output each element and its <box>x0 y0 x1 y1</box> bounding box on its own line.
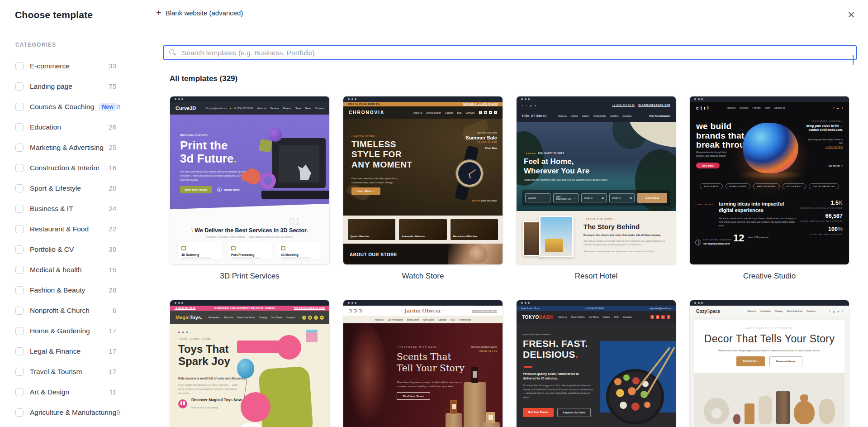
category-checkbox[interactable] <box>15 245 24 254</box>
search-input[interactable] <box>163 45 857 60</box>
category-checkbox[interactable] <box>15 184 24 192</box>
category-row[interactable]: Legal & Finance 17 <box>0 341 131 361</box>
booking-field-checkout: Check-in▦ <box>609 193 635 202</box>
preview-menu: About usInspirationCatalogNews & Article… <box>747 310 816 312</box>
category-row[interactable]: Construction & Interior 16 <box>0 158 131 178</box>
feature-icon <box>231 246 236 250</box>
template-card-watch-store[interactable]: FREE SHIPPING FROM $39 NEED HELP: +1 (80… <box>343 96 503 300</box>
feature-icon <box>281 246 285 250</box>
category-label: Agriculture & Manufacturing <box>30 408 116 417</box>
category-checkbox[interactable] <box>15 388 24 396</box>
facebook-icon: f <box>650 315 654 319</box>
category-checkbox[interactable] <box>15 307 24 315</box>
category-row[interactable]: Art & Design 11 <box>0 382 131 402</box>
hero-heading: Print the 3d Future. <box>180 139 237 165</box>
hero-heading: Decor That Tells Your Story <box>694 333 844 345</box>
browser-chrome <box>343 96 503 102</box>
instagram-icon: ◎ <box>530 104 532 107</box>
chip: DIGITAL MARKETING <box>809 183 839 189</box>
template-card-sushi-restaurant[interactable]: Open 8 am - 10 pm +1 (234) 567 89 00 tok… <box>516 300 676 427</box>
category-row[interactable]: Medical & health 15 <box>0 259 131 280</box>
template-preview: ctrl About usServicesProjectsTeamContact… <box>689 96 849 265</box>
category-row[interactable]: Landing page 75 <box>0 76 131 96</box>
facebook-icon: f <box>522 104 523 107</box>
preview-menu: BestsellersAbout UsDeal of the MonthCata… <box>209 316 295 319</box>
youtube-icon: ▸ <box>837 106 839 110</box>
category-row[interactable]: Courses & Coaching New 8 <box>0 96 131 117</box>
category-row[interactable]: Business & IT 24 <box>0 198 131 219</box>
template-card-creative-studio[interactable]: ctrl About usServicesProjectsTeamContact… <box>689 96 849 300</box>
sushi-illustration <box>600 341 676 413</box>
preview-cta-secondary: Featured Items <box>769 356 802 366</box>
scrollbar-thumb[interactable] <box>853 55 854 65</box>
blank-website-button[interactable]: + Blank website (advanced) <box>156 8 243 17</box>
category-checkbox[interactable] <box>15 266 24 274</box>
social-icons: f▸t <box>834 106 843 110</box>
preview-logo: MagicToys. <box>175 315 202 320</box>
category-checkbox[interactable] <box>15 82 24 91</box>
preview-watch-video: Watch Video <box>217 188 240 191</box>
category-label: Landing page <box>30 82 72 91</box>
category-checkbox[interactable] <box>15 123 24 131</box>
category-row[interactable]: Agriculture & Manufacturing 9 <box>0 402 131 422</box>
category-row[interactable]: Marketing & Advertising 25 <box>0 137 131 158</box>
category-count: 16 <box>109 164 116 172</box>
watch-tile: Quartz Watches <box>348 219 395 240</box>
category-row[interactable]: Travel & Tourism 17 <box>0 361 131 382</box>
youtube-icon: ▸ <box>489 111 492 114</box>
hero-section: //WATCH STORE TIMELESS STYLE FOR ANY MOM… <box>343 119 503 216</box>
category-checkbox[interactable] <box>15 205 24 213</box>
template-gallery: All templates (329) Curve3D 3d.prints@em… <box>131 31 868 427</box>
category-row-partial[interactable] <box>0 422 131 427</box>
category-checkbox[interactable] <box>15 144 24 152</box>
services-section: 01 \ We Deliver the Best Services in 3D … <box>170 212 329 265</box>
category-row[interactable]: Nonprofit & Church 6 <box>0 300 131 321</box>
close-icon[interactable]: ✕ <box>844 7 859 23</box>
category-row[interactable]: E-commerce 33 <box>0 56 131 76</box>
category-count: 28 <box>109 286 116 294</box>
watch-tile: Automatic Watches <box>399 219 446 240</box>
category-row[interactable]: Sport & Lifestyle 20 <box>0 178 131 198</box>
category-checkbox[interactable] <box>15 103 24 111</box>
shape-decor <box>237 341 280 353</box>
template-card-perfume-store[interactable]: f◎x - Jardin Obscur - jardinobscur@email… <box>343 300 503 427</box>
feature-icon <box>181 246 186 250</box>
categories-sidebar: CATEGORIES E-commerce 33 Landing page 75 <box>0 31 131 427</box>
category-checkbox[interactable] <box>15 327 24 335</box>
category-checkbox[interactable] <box>15 62 24 70</box>
category-row[interactable]: Portfolio & CV 30 <box>0 239 131 259</box>
category-checkbox[interactable] <box>15 408 24 417</box>
template-card-resort-hotel[interactable]: ft◎▸ +1 (234) 567 89 00 ISLADIMARE@EMAIL… <box>516 96 676 300</box>
template-preview: FREE SHIPPING FROM $39 NEED HELP: +1 (80… <box>343 96 503 265</box>
calendar-icon: ▦ <box>602 197 604 199</box>
category-label: E-commerce <box>30 62 70 70</box>
youtube-icon: ▸ <box>535 104 536 107</box>
category-checkbox[interactable] <box>15 164 24 172</box>
category-checkbox[interactable] <box>15 225 24 233</box>
preview-menu: About usOur PhilosophyBest SellersNew Sc… <box>343 316 503 323</box>
shape-decor <box>241 392 270 422</box>
twitter-icon: t <box>842 106 843 110</box>
preview-cta: Start Your Project <box>180 186 212 193</box>
template-card-3d-print-services[interactable]: Curve3D 3d.prints@email.com +1 (234) 567… <box>170 96 330 300</box>
category-row[interactable]: Restaurant & Food 22 <box>0 219 131 239</box>
template-preview: +1 (234) 567 89 00 SHOWROOM: 326A EGREMO… <box>170 300 330 427</box>
hero-section: • your sushi, your moment • FRESH. FAST.… <box>517 323 676 427</box>
category-checkbox[interactable] <box>15 286 24 294</box>
template-card-toy-store[interactable]: +1 (234) 567 89 00 SHOWROOM: 326A EGREMO… <box>170 300 330 427</box>
preview-logo: Isla di Mare <box>522 113 547 118</box>
category-row[interactable]: Fashion & Beauty 28 <box>0 280 131 300</box>
preview-menu: About usHow It WorksOur MenuGalleryFAQCo… <box>558 316 631 318</box>
category-label: Travel & Tourism <box>30 368 82 376</box>
category-checkbox[interactable] <box>15 347 24 355</box>
preview-logo: Curve3D <box>175 106 196 111</box>
category-row[interactable]: Home & Gardening 17 <box>0 321 131 341</box>
chevron-down-icon: ⌄ <box>574 197 576 199</box>
category-label: Marketing & Advertising <box>30 144 104 152</box>
template-card-decor-store[interactable]: CozySpace About usInspirationCatalogNews… <box>689 300 849 427</box>
category-row[interactable]: Education 26 <box>0 117 131 137</box>
category-checkbox[interactable] <box>15 368 24 376</box>
chip: MOBILE APPS <box>700 183 723 189</box>
category-count: 17 <box>109 368 116 375</box>
dots-decor <box>178 331 188 333</box>
